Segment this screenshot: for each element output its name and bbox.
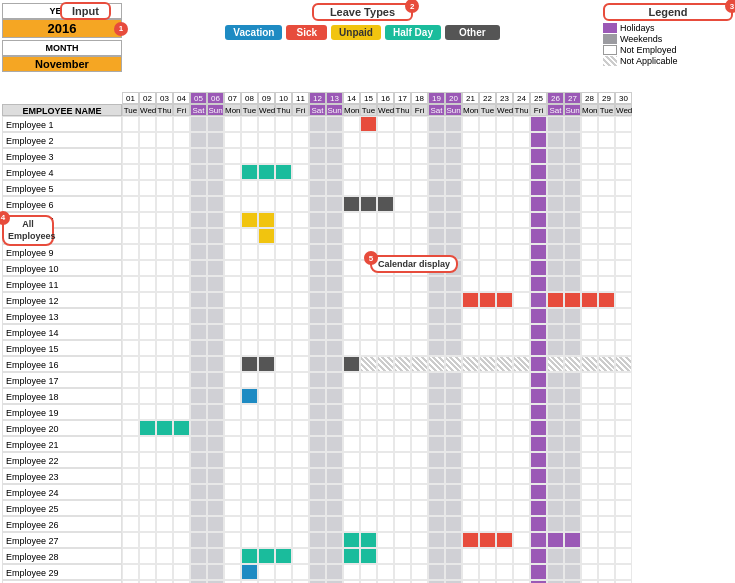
cell-6-13 xyxy=(326,196,343,212)
cell-8-27 xyxy=(564,228,581,244)
cell-9-22 xyxy=(479,244,496,260)
cell-1-23 xyxy=(496,116,513,132)
cell-17-30 xyxy=(615,372,632,388)
other-btn[interactable]: Other xyxy=(445,25,500,40)
data-row-12 xyxy=(122,292,735,308)
cell-12-27 xyxy=(564,292,581,308)
cell-26-10 xyxy=(275,516,292,532)
cell-29-06 xyxy=(207,564,224,580)
cell-20-13 xyxy=(326,420,343,436)
cell-7-17 xyxy=(394,212,411,228)
cell-26-03 xyxy=(156,516,173,532)
cell-3-05 xyxy=(190,148,207,164)
cell-5-26 xyxy=(547,180,564,196)
cell-21-02 xyxy=(139,436,156,452)
cell-19-03 xyxy=(156,404,173,420)
cell-25-16 xyxy=(377,500,394,516)
cell-2-26 xyxy=(547,132,564,148)
cell-1-19 xyxy=(428,116,445,132)
cell-24-09 xyxy=(258,484,275,500)
cell-2-02 xyxy=(139,132,156,148)
cell-10-03 xyxy=(156,260,173,276)
cell-8-29 xyxy=(598,228,615,244)
cell-7-03 xyxy=(156,212,173,228)
employee-name-22: Employee 22 xyxy=(2,452,122,468)
day-num-05: 05 xyxy=(190,92,207,104)
cell-11-17 xyxy=(394,276,411,292)
cell-29-01 xyxy=(122,564,139,580)
cell-22-15 xyxy=(360,452,377,468)
cell-29-16 xyxy=(377,564,394,580)
day-name-24: Thu xyxy=(513,104,530,116)
cell-25-29 xyxy=(598,500,615,516)
cell-11-21 xyxy=(462,276,479,292)
cell-10-28 xyxy=(581,260,598,276)
cell-23-23 xyxy=(496,468,513,484)
cell-8-16 xyxy=(377,228,394,244)
day-name-01: Tue xyxy=(122,104,139,116)
day-num-14: 14 xyxy=(343,92,360,104)
cell-16-07 xyxy=(224,356,241,372)
cell-15-01 xyxy=(122,340,139,356)
cell-13-23 xyxy=(496,308,513,324)
cell-7-26 xyxy=(547,212,564,228)
leave-types-callout: Leave Types 2 xyxy=(312,3,413,21)
cell-14-09 xyxy=(258,324,275,340)
cell-4-21 xyxy=(462,164,479,180)
cell-29-11 xyxy=(292,564,309,580)
cell-9-30 xyxy=(615,244,632,260)
vacation-btn[interactable]: Vacation xyxy=(225,25,282,40)
unpaid-btn[interactable]: Unpaid xyxy=(331,25,381,40)
cell-12-19 xyxy=(428,292,445,308)
cell-13-06 xyxy=(207,308,224,324)
cell-3-26 xyxy=(547,148,564,164)
day-num-11: 11 xyxy=(292,92,309,104)
cell-5-06 xyxy=(207,180,224,196)
cell-11-27 xyxy=(564,276,581,292)
day-num-01: 01 xyxy=(122,92,139,104)
cell-21-08 xyxy=(241,436,258,452)
half-day-btn[interactable]: Half Day xyxy=(385,25,441,40)
day-name-02: Wed xyxy=(139,104,156,116)
cell-13-29 xyxy=(598,308,615,324)
cell-3-24 xyxy=(513,148,530,164)
cell-22-13 xyxy=(326,452,343,468)
cell-7-25 xyxy=(530,212,547,228)
cell-4-26 xyxy=(547,164,564,180)
cell-26-20 xyxy=(445,516,462,532)
cell-12-23 xyxy=(496,292,513,308)
day-name-12: Sat xyxy=(309,104,326,116)
cell-24-23 xyxy=(496,484,513,500)
cell-7-19 xyxy=(428,212,445,228)
cell-12-15 xyxy=(360,292,377,308)
cell-7-21 xyxy=(462,212,479,228)
cell-6-09 xyxy=(258,196,275,212)
cell-23-09 xyxy=(258,468,275,484)
cell-27-25 xyxy=(530,532,547,548)
cell-22-25 xyxy=(530,452,547,468)
cell-24-19 xyxy=(428,484,445,500)
cell-11-07 xyxy=(224,276,241,292)
cell-19-26 xyxy=(547,404,564,420)
cell-26-09 xyxy=(258,516,275,532)
month-value[interactable]: November xyxy=(2,56,122,72)
year-value[interactable]: 2016 1 xyxy=(2,19,122,38)
cell-13-02 xyxy=(139,308,156,324)
cell-16-09 xyxy=(258,356,275,372)
cell-20-06 xyxy=(207,420,224,436)
cell-2-25 xyxy=(530,132,547,148)
cell-8-11 xyxy=(292,228,309,244)
day-name-28: Mon xyxy=(581,104,598,116)
cell-12-18 xyxy=(411,292,428,308)
day-num-23: 23 xyxy=(496,92,513,104)
cell-5-19 xyxy=(428,180,445,196)
cell-9-28 xyxy=(581,244,598,260)
sick-btn[interactable]: Sick xyxy=(286,25,327,40)
cell-8-18 xyxy=(411,228,428,244)
cell-19-21 xyxy=(462,404,479,420)
cell-22-05 xyxy=(190,452,207,468)
cell-27-12 xyxy=(309,532,326,548)
cell-11-25 xyxy=(530,276,547,292)
cell-12-05 xyxy=(190,292,207,308)
cell-26-24 xyxy=(513,516,530,532)
